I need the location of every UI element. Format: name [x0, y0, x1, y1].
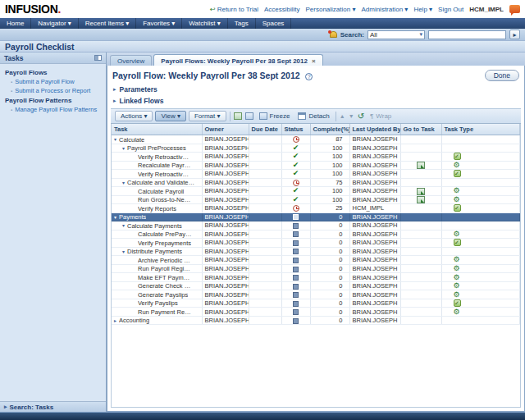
tree-collapse-icon[interactable]: ▾ — [122, 180, 125, 185]
help-icon[interactable]: ? — [305, 73, 313, 80]
task-name[interactable]: Accounting — [119, 317, 149, 324]
query-by-example-icon[interactable] — [245, 112, 253, 120]
task-name[interactable]: Verify Payslips — [138, 299, 178, 307]
header-link-sign-out[interactable]: Sign Out — [438, 6, 463, 13]
tree-collapse-icon[interactable]: ▾ — [114, 215, 116, 220]
sidebar-item-submit-a-payroll-flow[interactable]: Submit a Payroll Flow — [0, 77, 106, 86]
task-name[interactable]: Verify Retroactive Notifi... — [138, 153, 192, 161]
column-header-go-to-task[interactable]: Go to Task — [400, 124, 441, 135]
task-name[interactable]: Make EFT Payments — [138, 274, 192, 281]
sidebar-search-section[interactable]: ▸ Search: Tasks — [0, 401, 106, 412]
nav-item-favorites[interactable]: Favorites ▾ — [136, 18, 182, 29]
table-row-verify-retroactive-notifi[interactable]: Verify Retroactive Notifi...BRIAN.JOSEPH… — [112, 153, 520, 162]
task-name[interactable]: Run Payment Register R... — [138, 308, 192, 316]
table-row-calculate[interactable]: ▾CalculateBRIAN.JOSEPH87BRIAN.JOSEPH — [112, 135, 520, 144]
column-header-status[interactable]: Status — [281, 124, 310, 135]
notification-bell-icon[interactable] — [330, 31, 337, 38]
header-link-administration[interactable]: Administration ▾ — [361, 6, 408, 13]
table-row-distribute-payments[interactable]: ▾Distribute PaymentsBRIAN.JOSEPH0BRIAN.J… — [112, 247, 520, 256]
tree-collapse-icon[interactable]: ▾ — [122, 249, 125, 254]
table-row-calculate-and-validate-payroll[interactable]: ▾Calculate and Validate PayrollBRIAN.JOS… — [112, 178, 520, 187]
header-link-return-to-trial[interactable]: ↩Return to Trial — [210, 6, 258, 13]
tab-overview[interactable]: Overview — [110, 55, 152, 66]
table-row-accounting[interactable]: ▸AccountingBRIAN.JOSEPH0BRIAN.JOSEPH — [112, 316, 520, 325]
toolbar-menu-actions[interactable]: Actions ▾ — [115, 111, 153, 121]
column-header-owner[interactable]: Owner — [202, 124, 249, 135]
feedback-icon[interactable] — [509, 5, 520, 13]
task-name[interactable]: Archive Periodic Payroll... — [138, 257, 192, 264]
table-row-run-payroll-register-re[interactable]: Run Payroll Register Re...BRIAN.JOSEPH0B… — [112, 264, 520, 273]
section-linked-flows[interactable]: ▸Linked Flows — [107, 95, 524, 107]
table-row-verify-prepayments[interactable]: Verify PrepaymentsBRIAN.JOSEPH0BRIAN.JOS… — [112, 239, 520, 248]
task-name[interactable]: Run Payroll Register Re... — [138, 265, 192, 272]
collapse-pane-icon[interactable] — [94, 55, 102, 61]
search-input[interactable] — [428, 30, 506, 39]
table-row-generate-check-payments[interactable]: Generate Check PaymentsBRIAN.JOSEPH0BRIA… — [112, 281, 520, 290]
table-row-calculate-prepayments[interactable]: Calculate PrePaymentsBRIAN.JOSEPH0BRIAN.… — [112, 230, 520, 239]
task-name[interactable]: Generate Check Payments — [138, 282, 192, 290]
table-row-make-eft-payments[interactable]: Make EFT PaymentsBRIAN.JOSEPH0BRIAN.JOSE… — [112, 273, 520, 282]
table-row-calculate-payroll[interactable]: Calculate PayrollBRIAN.JOSEPH✔100BRIAN.J… — [112, 187, 520, 196]
task-name[interactable]: Distribute Payments — [127, 248, 182, 255]
tree-collapse-icon[interactable]: ▾ — [122, 223, 125, 228]
nav-item-home[interactable]: Home — [0, 18, 31, 29]
header-link-personalization[interactable]: Personalization ▾ — [306, 6, 356, 13]
header-link-help[interactable]: Help ▾ — [413, 6, 432, 13]
nav-item-watchlist[interactable]: Watchlist ▾ — [182, 18, 227, 29]
table-row-verify-payslips[interactable]: Verify PayslipsBRIAN.JOSEPH0BRIAN.JOSEPH… — [112, 299, 520, 308]
task-name[interactable]: Recalculate Payroll for R... — [138, 162, 192, 169]
task-name[interactable]: Calculate and Validate Payroll — [127, 179, 194, 186]
table-row-payroll-preprocesses[interactable]: ▾Payroll PreProcessesBRIAN.JOSEPH✔100BRI… — [112, 144, 520, 153]
table-row-generate-payslips[interactable]: Generate PayslipsBRIAN.JOSEPH0BRIAN.JOSE… — [112, 290, 520, 299]
task-name[interactable]: Generate Payslips — [138, 291, 188, 299]
table-row-recalculate-payroll-for-r[interactable]: Recalculate Payroll for R...BRIAN.JOSEPH… — [112, 161, 520, 170]
go-to-task-icon[interactable] — [417, 196, 425, 203]
task-name[interactable]: Calculate Payments — [127, 222, 182, 230]
section-parameters[interactable]: ▸Parameters — [107, 84, 524, 95]
table-row-verify-retroactive-report[interactable]: Verify Retroactive ReportBRIAN.JOSEPH✔10… — [112, 170, 520, 179]
task-name[interactable]: Run Gross-to-Net Report — [138, 196, 192, 203]
search-scope-select[interactable]: All▾ — [368, 30, 425, 39]
go-to-task-icon[interactable] — [417, 162, 425, 169]
nav-item-recent-items[interactable]: Recent Items ▾ — [79, 18, 136, 29]
task-name[interactable]: Calculate PrePayments — [138, 231, 192, 238]
task-name[interactable]: Calculate — [119, 136, 144, 144]
tree-collapse-icon[interactable]: ▾ — [122, 146, 125, 151]
task-name[interactable]: Calculate Payroll — [138, 188, 184, 195]
done-button[interactable]: Done — [485, 70, 519, 81]
go-to-task-icon[interactable] — [417, 188, 425, 195]
column-header-task-type[interactable]: Task Type — [441, 124, 520, 135]
column-header-last-updated-by[interactable]: Last Updated By ▴ — [349, 124, 400, 135]
table-row-payments[interactable]: ▾PaymentsBRIAN.JOSEPH0BRIAN.JOSEPH — [112, 212, 520, 221]
task-name[interactable]: Verify Reports — [138, 205, 176, 212]
tree-expand-icon[interactable]: ▸ — [114, 318, 116, 323]
header-link-accessibility[interactable]: Accessibility — [264, 6, 300, 13]
toolbar-menu-format[interactable]: Format ▾ — [189, 111, 226, 121]
freeze-button[interactable]: Freeze — [257, 112, 293, 121]
task-name[interactable]: Verify Retroactive Report — [138, 171, 192, 178]
table-row-calculate-payments[interactable]: ▾Calculate PaymentsBRIAN.JOSEPH0BRIAN.JO… — [112, 221, 520, 231]
nav-item-navigator[interactable]: Navigator ▾ — [31, 18, 78, 29]
detach-button[interactable]: Detach — [295, 112, 331, 121]
tree-collapse-icon[interactable]: ▾ — [114, 137, 116, 142]
tab-payroll-flows-weekly-payroll-per-38-sept-2012[interactable]: Payroll Flows: Weekly Payroll Per 38 Sep… — [153, 54, 322, 66]
task-name[interactable]: Payments — [119, 213, 146, 221]
table-row-run-payment-register-r[interactable]: Run Payment Register R...BRIAN.JOSEPH0BR… — [112, 308, 520, 317]
sidebar-item-submit-a-process-or-report[interactable]: Submit a Process or Report — [0, 86, 106, 95]
nav-item-tags[interactable]: Tags — [228, 18, 256, 29]
export-icon[interactable] — [234, 112, 242, 120]
table-row-verify-reports[interactable]: Verify ReportsBRIAN.JOSEPH25HCM_IMPL✓ — [112, 204, 520, 213]
column-header-due-date[interactable]: Due Date — [249, 124, 281, 135]
sidebar-item-manage-payroll-flow-patterns[interactable]: Manage Payroll Flow Patterns — [0, 105, 106, 114]
table-row-archive-periodic-payroll[interactable]: Archive Periodic Payroll...BRIAN.JOSEPH0… — [112, 256, 520, 265]
column-header-task[interactable]: Task — [112, 124, 202, 135]
refresh-icon[interactable]: ↺ — [358, 112, 364, 121]
nav-item-spaces[interactable]: Spaces — [256, 18, 292, 29]
close-icon[interactable]: × — [312, 57, 316, 65]
column-header-complete[interactable]: Complete(%) — [310, 124, 349, 135]
toolbar-menu-view[interactable]: View ▾ — [155, 111, 185, 121]
task-name[interactable]: Verify Prepayments — [138, 240, 191, 247]
search-go-button[interactable]: ▸ — [509, 30, 520, 39]
task-name[interactable]: Payroll PreProcesses — [127, 144, 186, 152]
table-row-run-gross-to-net-report[interactable]: Run Gross-to-Net ReportBRIAN.JOSEPH✔100B… — [112, 195, 520, 204]
